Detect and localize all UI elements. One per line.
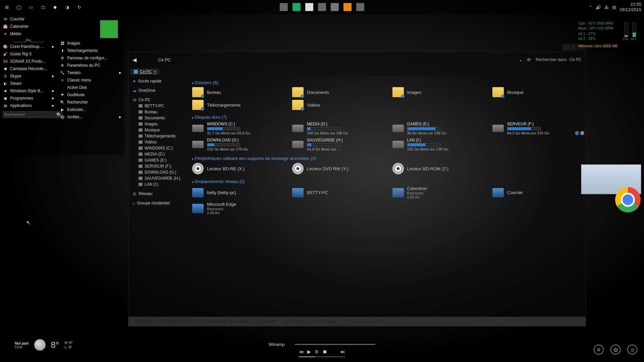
- network-tile[interactable]: BETTY-PC: [292, 186, 382, 199]
- start-item[interactable]: ✉Courrier: [0, 15, 57, 23]
- refresh-icon[interactable]: ⟳: [527, 57, 531, 62]
- power-button[interactable]: ⏻: [610, 345, 621, 355]
- group-removable-header[interactable]: Périphériques utilisant des supports de …: [192, 156, 582, 161]
- chevron-up-icon[interactable]: ⌃: [589, 5, 592, 10]
- breadcrumb[interactable]: Ce PC: [158, 57, 171, 62]
- start-item[interactable]: ☀Météo: [0, 30, 57, 38]
- sidebar-item[interactable]: GAMES (E:): [128, 157, 189, 163]
- search-label[interactable]: Rechercher dans : Ce PC: [536, 57, 582, 62]
- start-item[interactable]: ◐Steam: [0, 80, 57, 87]
- drive-tile[interactable]: GAMES (E:) 36 Go libres sur 238 Go: [392, 122, 482, 135]
- sidebar-item[interactable]: Documents: [128, 115, 189, 121]
- tray-app-3-icon[interactable]: [305, 3, 313, 11]
- sidebar-item[interactable]: SAUVEGARDE (H:): [128, 175, 189, 181]
- sidebar-item[interactable]: SERVEUR (F:): [128, 163, 189, 169]
- media-next-icon[interactable]: ⏭: [340, 349, 345, 354]
- folder-tile[interactable]: Téléchargements: [192, 100, 282, 110]
- sidebar-item[interactable]: Téléchargements: [128, 133, 189, 139]
- network-icon[interactable]: 🖧: [604, 5, 609, 10]
- cortana-icon[interactable]: ◯: [15, 3, 23, 11]
- media-progress[interactable]: [295, 344, 375, 345]
- settings-button[interactable]: ⚙: [594, 345, 604, 355]
- action-center-icon[interactable]: ▤: [612, 5, 616, 10]
- start-item[interactable]: ⚙Paramètres du PC: [57, 62, 124, 69]
- sidebar-item[interactable]: Musique: [128, 127, 189, 133]
- drive-tile[interactable]: LAN (I:) 105 Go libres sur 238 Go: [392, 138, 482, 151]
- start-item[interactable]: ⏻Arrêter...▶: [57, 113, 124, 121]
- chrome-icon[interactable]: [615, 187, 641, 213]
- start-search-input[interactable]: [3, 111, 56, 118]
- explorer-icon[interactable]: 🗀: [39, 3, 47, 11]
- status-action[interactable]: Organiser: [135, 319, 152, 324]
- taskview-icon[interactable]: ▭: [27, 3, 35, 11]
- camera-icon[interactable]: ⏺: [51, 3, 59, 11]
- start-item[interactable]: ⚙Panneau de configur...: [57, 54, 124, 62]
- start-item[interactable]: 📅Calendrier: [0, 23, 57, 30]
- start-item[interactable]: ▶Exécuter...: [57, 106, 124, 113]
- media-prev-icon[interactable]: ⏮: [299, 349, 304, 354]
- optical-drive-tile[interactable]: Lecteur DVD RW (Y:): [292, 163, 382, 174]
- group-folders-header[interactable]: Dossiers (6): [192, 80, 582, 85]
- start-item[interactable]: ⏺Camtasia Recorde...: [0, 65, 57, 72]
- sidebar-quick-access[interactable]: ★Accès rapide: [128, 78, 189, 84]
- tray-app-2-icon[interactable]: [292, 3, 301, 11]
- network-tile[interactable]: betty (betty-pc): [192, 186, 282, 199]
- sidebar-item[interactable]: MEDIA (D:): [128, 151, 189, 157]
- optical-drive-tile[interactable]: Lecteur BD-ROM (Z:): [392, 163, 482, 174]
- folder-tile[interactable]: Documents: [292, 87, 382, 97]
- network-tile[interactable]: Courrier: [492, 186, 582, 199]
- sidebar-item[interactable]: WINDOWS (C:): [128, 145, 189, 151]
- start-item[interactable]: 🔍Rechercher: [57, 99, 124, 106]
- media-pause-icon[interactable]: ⏸: [314, 349, 319, 354]
- optical-drive-tile[interactable]: Lecteur BD-RE (X:): [192, 163, 282, 174]
- sidebar-item[interactable]: LAN (I:): [128, 181, 189, 187]
- sidebar-item[interactable]: Images: [128, 121, 189, 127]
- folder-tile[interactable]: Vidéos: [292, 100, 382, 110]
- group-drives-header[interactable]: Disques durs (7): [192, 115, 582, 120]
- drive-tile[interactable]: MEDIA (D:) 168 Go libres sur 186 Go: [292, 122, 382, 135]
- start-item[interactable]: ⚑GodMode: [57, 91, 124, 99]
- sidebar-item[interactable]: Bureau: [128, 109, 189, 115]
- sidebar-item[interactable]: DOWNLOAD (G:): [128, 169, 189, 175]
- group-network-header[interactable]: Emplacements réseau (5): [192, 179, 582, 184]
- app-icon[interactable]: ◑: [63, 3, 71, 11]
- start-item[interactable]: 🎸Guitar Rig 5: [0, 50, 57, 58]
- sidebar-item[interactable]: BETTY-PC: [128, 103, 189, 109]
- status-action[interactable]: Propriétés système: [162, 319, 197, 324]
- start-item[interactable]: 🎨Corel PaintShop ...▶: [0, 43, 57, 50]
- back-button[interactable]: ◀: [132, 57, 137, 63]
- tray-app-4-icon[interactable]: [318, 3, 326, 11]
- taskbar-clock[interactable]: 21:55 29/12/2015: [620, 2, 641, 12]
- start-item[interactable]: ■Windows Style B...▶: [0, 87, 57, 95]
- tray-app-6-icon[interactable]: [343, 3, 352, 11]
- sidebar-item[interactable]: Vidéos: [128, 139, 189, 145]
- drive-tile[interactable]: SERVEUR (F:) 64,3 Go libres sur 233 Go: [492, 122, 582, 135]
- sidebar-this-pc[interactable]: 🖳Ce PC: [128, 97, 189, 103]
- minimize-button[interactable]: [563, 45, 570, 50]
- media-stop-icon[interactable]: ⏹: [322, 349, 327, 354]
- media-play-icon[interactable]: ▶: [307, 349, 311, 354]
- start-item[interactable]: 🔧Tweaks▶: [57, 69, 124, 76]
- status-action[interactable]: Désinstaller ou modifier un programme: [207, 319, 276, 324]
- start-item[interactable]: Active Disk: [57, 84, 124, 91]
- start-item[interactable]: ▣Programmes▶: [0, 95, 57, 102]
- user-avatar[interactable]: [100, 20, 118, 38]
- sidebar-onedrive[interactable]: ☁OneDrive: [128, 87, 189, 94]
- sidebar-homegroup[interactable]: ⌂Groupe résidentiel: [128, 200, 189, 206]
- tab-this-pc[interactable]: Ce PC ×: [130, 69, 159, 75]
- start-item[interactable]: SSkype▶: [0, 72, 57, 80]
- folder-tile[interactable]: Musique: [492, 87, 582, 97]
- drive-tile[interactable]: SAUVEGARDE (H:) 54,4 Go libres sur ...: [292, 138, 382, 151]
- volume-icon[interactable]: 🔊: [596, 5, 601, 10]
- folder-tile[interactable]: Bureau: [192, 87, 282, 97]
- history-dropdown-icon[interactable]: ⌄: [519, 57, 523, 62]
- tray-app-5-icon[interactable]: [331, 3, 339, 11]
- start-item[interactable]: X3SONAR X3 Produ...: [0, 58, 57, 65]
- tab-close-icon[interactable]: ×: [154, 69, 156, 74]
- start-item[interactable]: 🖼Images: [57, 40, 124, 47]
- sidebar-network[interactable]: 🖧Réseau: [128, 191, 189, 197]
- tray-app-7-icon[interactable]: [356, 3, 364, 11]
- start-item[interactable]: ≡Classic menu: [57, 76, 124, 84]
- network-tile[interactable]: CalendrierRaccourci2,65 Ko: [392, 186, 482, 199]
- network-tile[interactable]: Microsoft EdgeRaccourci2,43 Ko: [192, 202, 282, 215]
